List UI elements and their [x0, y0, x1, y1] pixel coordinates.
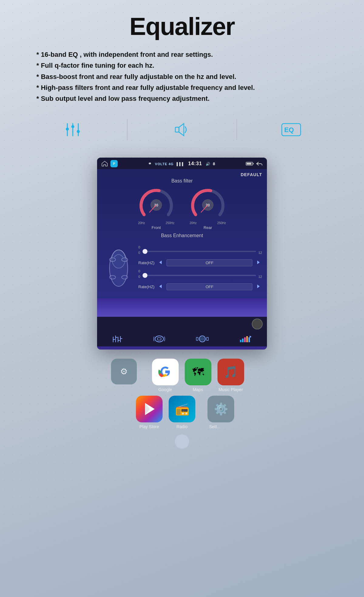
sliders-icon-cell [18, 115, 127, 144]
svg-point-21 [110, 275, 116, 279]
radio-app-icon[interactable]: 📻 Radio [169, 396, 195, 429]
feature-5: * Sub output level and low pass frequenc… [36, 93, 255, 104]
rate-next-btn-1[interactable] [255, 259, 262, 267]
rate-row-2: Rate(HZ) OFF [138, 283, 262, 291]
slider-1-zero-label: 0 [138, 245, 140, 249]
slider-2-max: 12 [258, 275, 262, 278]
partial-left-app[interactable]: ⚙ [111, 359, 137, 392]
svg-point-22 [122, 275, 128, 279]
svg-marker-27 [159, 285, 162, 288]
android-home-button[interactable] [174, 434, 190, 449]
slider-1-max: 12 [258, 251, 262, 254]
bass-enhancement-title: Bass Enhancement [97, 233, 267, 238]
icon-row: EQ [18, 115, 346, 144]
svg-point-3 [71, 125, 74, 128]
app-area: DEFAULT Bass filter 20 [97, 169, 267, 350]
svg-marker-47 [250, 336, 251, 338]
slider-group-1: 0 0 12 [138, 245, 262, 254]
app-row-2: Play Store 📻 Radio ⚙️ Sett... [18, 396, 346, 429]
nav-surround-icon[interactable] [153, 334, 166, 343]
svg-rect-44 [244, 337, 246, 342]
nav-eq-icon[interactable] [112, 334, 123, 343]
signal-label: VOLTE 4G [155, 162, 174, 166]
eq-box-icon-cell: EQ [237, 115, 346, 144]
status-time: 14:31 [188, 161, 202, 166]
slider-2-track[interactable] [143, 275, 256, 276]
svg-rect-11 [247, 163, 251, 165]
phone-mockup: P ⚭ VOLTE 4G ▌▌▌ 14:31 🔊 8 [97, 158, 267, 350]
rate-prev-btn-2[interactable] [157, 283, 164, 291]
knobs-row: 20 20Hz 250Hz Front [97, 187, 267, 230]
enhancement-area: 0 0 12 Rate(HZ) [97, 241, 267, 298]
back-icon[interactable] [256, 161, 263, 166]
svg-marker-25 [159, 261, 162, 264]
svg-marker-28 [257, 285, 260, 288]
svg-text:EQ: EQ [284, 126, 294, 134]
home-icon [101, 161, 108, 166]
svg-point-24 [122, 258, 128, 261]
rear-knob-name: Rear [204, 225, 212, 230]
volume-value: 8 [213, 162, 215, 166]
play-store-app-label: Play Store [140, 424, 159, 429]
slider-2-zero-label: 0 [138, 269, 140, 273]
rate-off-badge-2: OFF [167, 283, 252, 290]
rate-row-1: Rate(HZ) OFF [138, 259, 262, 267]
front-knob-svg: 20 [138, 187, 174, 221]
svg-point-5 [77, 130, 80, 133]
features-list: * 16-band EQ , with independent front an… [36, 49, 255, 104]
slider-1-ends: 0 12 [138, 251, 262, 254]
app-icon-status: P [110, 160, 118, 167]
speaker-icon-cell [127, 115, 236, 144]
svg-marker-7 [179, 124, 184, 136]
bluetooth-icon: ⚭ [148, 161, 152, 166]
slider-2-thumb[interactable] [143, 273, 147, 278]
slider-1-min: 0 [138, 251, 140, 254]
rate-prev-btn-1[interactable] [157, 259, 164, 267]
bass-filter-title: Bass filter [97, 178, 267, 184]
feature-4: * High-pass filters front and rear fully… [36, 82, 255, 93]
maps-app-icon[interactable]: 🗺 Maps [185, 359, 211, 392]
apps-section: ⚙ Google 🗺 Maps [18, 359, 346, 452]
slider-1-thumb[interactable] [143, 249, 147, 254]
rate-next-btn-2[interactable] [255, 283, 262, 291]
slider-group-2: 0 0 12 [138, 269, 262, 278]
slider-2-min: 0 [138, 275, 140, 278]
feature-2: * Full q-factor fine tuning for each hz. [36, 60, 255, 71]
front-knob-name: Front [152, 225, 161, 230]
slider-1-track[interactable] [143, 251, 256, 252]
bars-icon: ▌▌▌ [177, 162, 184, 166]
nav-balance-icon[interactable] [196, 334, 209, 343]
page-title: Equalizer [130, 12, 235, 41]
speaker-icon [173, 121, 191, 139]
music-player-app-label: Music Player [218, 387, 243, 392]
music-player-app-icon[interactable]: 🎵 Music Player [217, 359, 244, 392]
svg-rect-6 [175, 127, 179, 132]
svg-point-37 [155, 336, 163, 342]
battery-icon [246, 162, 254, 166]
slider-2-top: 0 [138, 269, 262, 273]
svg-rect-46 [248, 337, 250, 342]
google-app-label: Google [158, 387, 172, 392]
svg-rect-12 [253, 163, 254, 164]
volume-icon: 🔊 [206, 162, 211, 166]
google-app-icon[interactable]: Google [152, 359, 179, 392]
rate-label-1: Rate(HZ) [138, 261, 154, 265]
play-store-app-icon[interactable]: Play Store [136, 396, 163, 429]
feature-1: * 16-band EQ , with independent front an… [36, 49, 255, 60]
rear-knob[interactable]: 20 20Hz 250Hz Rear [190, 187, 226, 230]
nav-spectrum-icon[interactable] [239, 334, 252, 343]
feature-3: * Bass-boost front and rear fully adjust… [36, 71, 255, 82]
slider-1-top: 0 [138, 245, 262, 249]
settings-app-label: Sett... [209, 424, 221, 429]
svg-rect-38 [157, 338, 161, 340]
front-knob[interactable]: 20 20Hz 250Hz Front [138, 187, 174, 230]
status-left: P [101, 160, 118, 167]
car-svg-area [102, 241, 135, 295]
rate-off-badge-1: OFF [167, 259, 252, 266]
svg-point-1 [66, 128, 69, 131]
front-knob-labels: 20Hz 250Hz [138, 221, 174, 225]
circle-home-btn[interactable] [252, 319, 263, 329]
settings-app-icon[interactable]: ⚙️ Sett... [201, 396, 228, 429]
svg-marker-26 [257, 261, 260, 264]
svg-rect-41 [207, 337, 208, 340]
